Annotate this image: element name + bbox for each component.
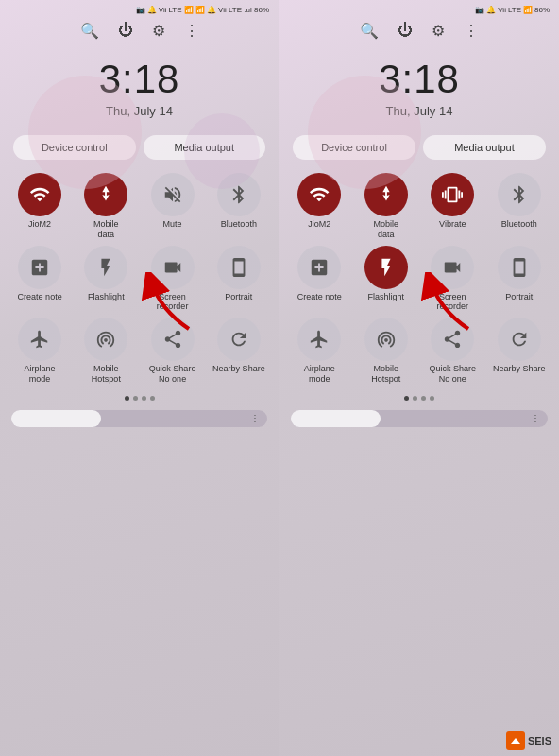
tile-flashlight-label-right: Flashlight [367,292,404,302]
bluetooth-icon-left [217,173,261,216]
screenrecorder-icon-left [151,246,195,289]
brightness-more-left[interactable]: ⋮ [250,413,260,423]
tile-mute-label-left: Mute [163,219,182,230]
more-icon-left[interactable]: ⋮ [184,22,199,40]
tile-quickshare-left[interactable]: Quick ShareNo one [143,318,203,385]
hotspot-icon-left [84,318,127,361]
tile-vibrate-label-right: Vibrate [439,219,466,230]
tile-flashlight-right[interactable]: Flashlight [356,246,417,313]
clock-date-right: Thu, July 14 [280,104,559,118]
power-icon-right[interactable]: ⏻ [398,22,413,40]
device-control-btn-right[interactable]: Device control [293,135,415,160]
tile-hotspot-right[interactable]: MobileHotspot [356,318,417,385]
tile-mobiledata-left[interactable]: Mobiledata [76,173,136,240]
tile-jiom2-right[interactable]: JioM2 [289,173,350,240]
dot-4-left [150,396,155,401]
settings-icon-left[interactable]: ⚙ [152,22,165,40]
power-icon-left[interactable]: ⏻ [118,22,133,40]
createnote-icon-left [18,246,61,289]
status-text-left: 📷 🔔 [136,6,157,14]
hotspot-icon-right [364,318,408,361]
more-icon-right[interactable]: ⋮ [464,22,479,40]
tile-nearbyshare-label-left: Nearby Share [212,364,265,374]
tile-nearbyshare-right[interactable]: Nearby Share [489,318,551,385]
battery-left: 📶 🔔 Vii LTE .ul 86% [195,6,269,14]
status-icons-left: 📷 🔔 Vii LTE 📶 📶 🔔 Vii LTE .ul 86% [136,6,269,14]
tile-quickshare-right[interactable]: Quick ShareNo one [422,318,483,385]
control-buttons-left: Device control Media output [0,124,279,167]
quickshare-icon-right [431,318,474,361]
tile-flashlight-left[interactable]: Flashlight [76,246,136,313]
tile-hotspot-label-left: MobileHotspot [92,364,121,385]
status-bar-right: 📷 🔔 Vii LTE 📶 86% [280,0,559,16]
dot-2-left [133,396,138,401]
search-icon-left[interactable]: 🔍 [80,22,99,40]
brightness-more-right[interactable]: ⋮ [531,413,540,423]
right-panel: 📷 🔔 Vii LTE 📶 86% 🔍 ⏻ ⚙ ⋮ 3:18 Thu, July… [280,0,559,756]
tile-hotspot-left[interactable]: MobileHotspot [76,318,136,385]
search-icon-right[interactable]: 🔍 [360,22,379,40]
seis-text: SEIS [528,735,551,747]
tile-bluetooth-label-right: Bluetooth [501,219,537,230]
tile-createnote-left[interactable]: Create note [9,246,70,313]
media-output-btn-right[interactable]: Media output [423,135,546,160]
wifi-icon-left [18,173,61,216]
tile-createnote-label-left: Create note [18,292,62,302]
tile-screenrecorder-label-right: Screenrecorder [436,292,468,313]
tile-mute-left[interactable]: Mute [143,173,203,240]
tile-airplane-right[interactable]: Airplanemode [289,318,350,385]
clock-time-right: 3:18 [280,57,559,102]
screenrecorder-icon-right [431,246,474,289]
tile-portrait-right[interactable]: Portrait [489,246,551,313]
tile-screenrecorder-right[interactable]: Screenrecorder [422,246,483,313]
tile-flashlight-label-left: Flashlight [88,292,125,302]
tile-portrait-left[interactable]: Portrait [209,246,269,313]
clock-section-left: 3:18 Thu, July 14 [0,47,279,124]
tile-hotspot-label-right: MobileHotspot [371,364,400,385]
status-bar-left: 📷 🔔 Vii LTE 📶 📶 🔔 Vii LTE .ul 86% [0,0,279,16]
tile-airplane-label-right: Airplanemode [304,364,335,385]
bluetooth-icon-right [498,173,541,216]
dot-3-left [142,396,146,401]
flashlight-icon-right [364,246,408,289]
left-panel: 📷 🔔 Vii LTE 📶 📶 🔔 Vii LTE .ul 86% 🔍 ⏻ ⚙ … [0,0,280,756]
tile-airplane-left[interactable]: Airplanemode [9,318,70,385]
tile-jiom2-left[interactable]: JioM2 [9,173,70,240]
airplane-icon-left [18,318,61,361]
tile-mobiledata-right[interactable]: Mobiledata [356,173,417,240]
portrait-icon-right [498,246,541,289]
media-output-btn-left[interactable]: Media output [144,135,266,160]
flashlight-icon-left [84,246,127,289]
quick-actions-right: 🔍 ⏻ ⚙ ⋮ [280,16,559,47]
brightness-fill-left [11,410,101,427]
tile-bluetooth-right[interactable]: Bluetooth [489,173,551,240]
battery-right: 86% [534,6,550,14]
nearbyshare-icon-right [498,318,541,361]
tile-jiom2-label-left: JioM2 [28,219,51,230]
createnote-icon-right [297,246,341,289]
tile-vibrate-right[interactable]: Vibrate [422,173,483,240]
tile-airplane-label-left: Airplanemode [25,364,56,385]
brightness-bar-right[interactable]: ⋮ [291,410,548,427]
device-control-btn-left[interactable]: Device control [13,135,136,160]
settings-icon-right[interactable]: ⚙ [432,22,445,40]
tile-createnote-right[interactable]: Create note [289,246,350,313]
dot-3-right [421,396,426,401]
dot-1-left [125,396,129,401]
tile-nearbyshare-label-right: Nearby Share [493,364,546,374]
tile-mobiledata-label-right: Mobiledata [373,219,398,240]
dot-4-right [430,396,434,401]
status-icons-right: 📷 🔔 Vii LTE 📶 86% [475,6,550,14]
clock-section-right: 3:18 Thu, July 14 [280,47,559,124]
mobiledata-icon-right [364,173,408,216]
tile-mobiledata-label-left: Mobiledata [93,219,119,240]
tiles-grid-left: JioM2 Mobiledata Mute Bluetooth [0,167,279,390]
tile-bluetooth-left[interactable]: Bluetooth [209,173,269,240]
mute-icon-left [151,173,195,216]
tile-nearbyshare-left[interactable]: Nearby Share [209,318,269,385]
clock-time-left: 3:18 [0,57,279,102]
nearbyshare-icon-left [217,318,261,361]
brightness-bar-left[interactable]: ⋮ [11,410,267,427]
tile-quickshare-label-left: Quick ShareNo one [149,364,196,385]
tile-screenrecorder-left[interactable]: Screenrecorder [143,246,203,313]
